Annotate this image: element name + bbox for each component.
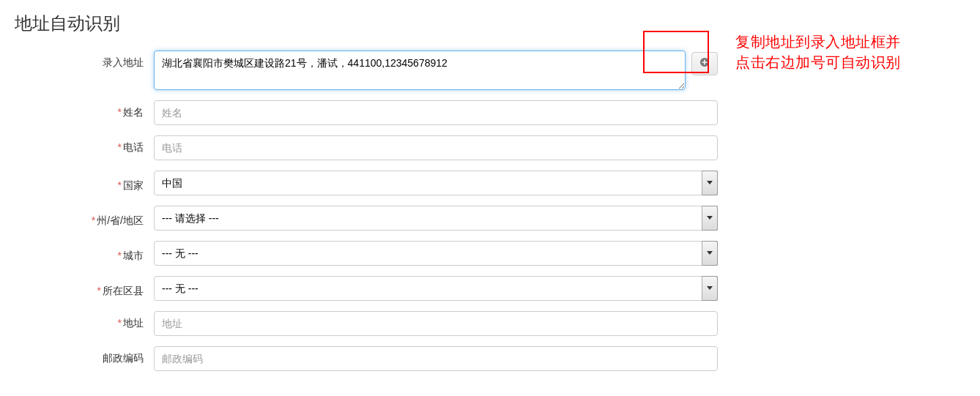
add-button[interactable] (691, 52, 718, 75)
address-field[interactable] (154, 311, 718, 336)
annotation-hint: 复制地址到录入地址框并 点击右边加号可自动识别 (735, 31, 979, 72)
state-select[interactable]: --- 请选择 --- (154, 206, 718, 231)
country-select[interactable]: 中国 (154, 171, 718, 195)
label-postcode: 邮政编码 (15, 346, 154, 365)
label-address: *地址 (15, 311, 154, 330)
address-input-textarea[interactable] (154, 51, 686, 90)
label-phone: *电话 (15, 135, 154, 154)
label-input-address: 录入地址 (15, 51, 154, 70)
label-country: *国家 (15, 173, 154, 193)
city-select[interactable]: --- 无 --- (154, 241, 718, 266)
district-select[interactable]: --- 无 --- (154, 276, 718, 301)
plus-circle-icon (699, 57, 710, 70)
name-field[interactable] (154, 100, 718, 125)
postcode-field[interactable] (154, 346, 718, 371)
svg-rect-2 (702, 61, 708, 63)
phone-field[interactable] (154, 135, 718, 160)
label-city: *城市 (15, 244, 154, 263)
label-district: *所在区县 (15, 279, 154, 298)
label-state: *州/省/地区 (15, 209, 154, 228)
label-name: *姓名 (15, 100, 154, 119)
